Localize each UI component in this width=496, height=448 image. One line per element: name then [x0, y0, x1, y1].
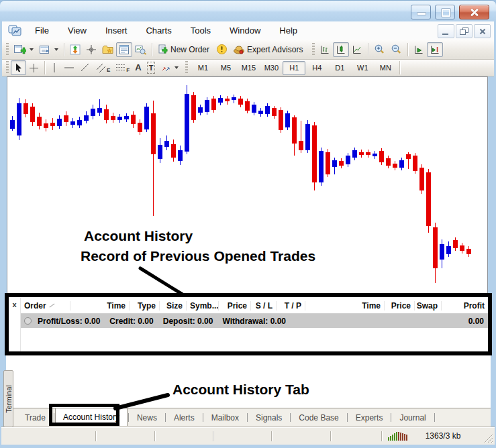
trendline-tool-button[interactable] — [77, 60, 93, 75]
timeframe-m15[interactable]: M15 — [237, 61, 260, 75]
text-label-tool-button[interactable]: T — [144, 60, 158, 76]
resize-grip[interactable] — [483, 433, 493, 443]
zoom-in-button[interactable] — [371, 42, 388, 57]
child-close-button[interactable] — [474, 24, 491, 38]
menu-file[interactable]: File — [26, 21, 58, 40]
horizontal-line-tool-button[interactable] — [61, 61, 77, 74]
tab-experts[interactable]: Experts — [348, 410, 391, 426]
child-restore-button[interactable] — [456, 24, 473, 38]
timeframe-h4[interactable]: H4 — [305, 61, 328, 75]
candle — [138, 119, 142, 135]
column-t-p[interactable]: T / P — [277, 301, 305, 311]
column-time[interactable]: Time — [70, 301, 130, 311]
candle — [23, 99, 28, 117]
timeframe-mn[interactable]: MN — [374, 61, 397, 75]
toolbar-drag-handle[interactable] — [185, 61, 188, 74]
menu-charts[interactable]: Charts — [136, 21, 181, 40]
crosshair-button[interactable] — [83, 42, 99, 57]
toolbar-drag-handle[interactable] — [6, 61, 9, 74]
close-button[interactable] — [459, 5, 489, 19]
status-separator — [213, 431, 213, 441]
cursor-tool-button[interactable] — [11, 60, 26, 75]
zoom-out-button[interactable] — [388, 42, 405, 57]
chart-shift-button[interactable] — [427, 42, 443, 57]
column-profit[interactable]: Profit — [442, 301, 489, 311]
candle — [17, 98, 21, 140]
tab-trade[interactable]: Trade — [17, 410, 53, 426]
new-chart-button[interactable] — [11, 42, 36, 58]
tab-code-base[interactable]: Code Base — [291, 410, 346, 426]
timeframe-d1[interactable]: D1 — [328, 61, 351, 75]
candle — [426, 169, 431, 233]
fibonacci-tool-button[interactable]: F — [113, 60, 132, 75]
equidistant-channel-icon — [96, 62, 107, 73]
tab-journal[interactable]: Journal — [392, 410, 433, 426]
timeframe-m30[interactable]: M30 — [260, 61, 283, 75]
column-order[interactable]: Order — [21, 301, 70, 311]
column-symb[interactable]: Symb... — [187, 301, 219, 311]
arrows-tool-button[interactable] — [158, 60, 181, 75]
timeframe-w1[interactable]: W1 — [351, 61, 374, 75]
bar-chart-button[interactable] — [317, 42, 333, 57]
data-window-button[interactable] — [116, 42, 132, 57]
column-price[interactable]: Price — [385, 301, 415, 311]
chevron-down-icon — [30, 48, 34, 51]
tab-strip: TradeAccount HistoryNewsAlertsMailboxSig… — [17, 409, 436, 426]
chart-scale-button[interactable] — [67, 42, 83, 57]
menu-help[interactable]: Help — [270, 21, 307, 40]
candle — [245, 99, 250, 113]
tab-alerts[interactable]: Alerts — [166, 410, 202, 426]
column-time[interactable]: Time — [305, 301, 385, 311]
timeframe-h1[interactable]: H1 — [283, 61, 305, 75]
candlestick-chart-button[interactable] — [333, 42, 349, 57]
expert-advisors-button[interactable]: Expert Advisors — [230, 42, 307, 57]
candle — [272, 106, 277, 119]
menu-tools[interactable]: Tools — [181, 21, 220, 40]
timeframe-m5[interactable]: M5 — [214, 61, 237, 75]
column-type[interactable]: Type — [130, 301, 160, 311]
column-size[interactable]: Size — [160, 301, 187, 311]
favorites-folder-icon — [102, 44, 113, 55]
column-s-l[interactable]: S / L — [251, 301, 277, 311]
crosshair-tool-button[interactable] — [26, 61, 42, 75]
new-order-button[interactable]: New Order — [155, 42, 213, 57]
timeframe-m1[interactable]: M1 — [191, 61, 214, 75]
tab-signals[interactable]: Signals — [248, 410, 289, 426]
candle — [64, 111, 68, 126]
summary-item: Deposit: 0.00 — [163, 317, 213, 326]
candle — [37, 113, 42, 129]
toolbar-drag-handle[interactable] — [312, 43, 315, 56]
column-swap[interactable]: Swap — [415, 301, 442, 311]
tab-account-history[interactable]: Account History — [55, 408, 128, 426]
menu-bar: FileViewInsertChartsToolsWindowHelp — [2, 21, 494, 40]
warning-button[interactable] — [213, 42, 230, 57]
child-minimize-button[interactable] — [438, 24, 454, 38]
menu-view[interactable]: View — [58, 21, 96, 40]
maximize-button[interactable] — [435, 5, 455, 19]
minimize-button[interactable] — [411, 5, 431, 19]
templates-button[interactable] — [99, 42, 116, 57]
auto-scroll-button[interactable] — [411, 42, 427, 57]
strategy-tester-button[interactable] — [132, 42, 149, 57]
vertical-line-tool-button[interactable] — [48, 60, 61, 75]
tab-news[interactable]: News — [130, 410, 164, 426]
terminal-close-button[interactable]: x — [9, 298, 21, 351]
candle — [460, 243, 464, 254]
toolbar-drag-handle[interactable] — [6, 43, 9, 56]
menu-window[interactable]: Window — [220, 21, 270, 40]
tab-separator — [391, 413, 391, 422]
menu-insert[interactable]: Insert — [96, 21, 137, 40]
candle — [111, 113, 115, 123]
status-separator — [330, 431, 331, 441]
terminal-side-tab[interactable]: Terminal — [3, 370, 13, 427]
line-chart-button[interactable] — [349, 42, 365, 57]
chevron-down-icon — [54, 48, 58, 51]
candle — [419, 164, 424, 194]
text-tool-button[interactable]: A — [132, 60, 144, 75]
candle — [285, 111, 290, 130]
candle — [466, 246, 471, 257]
profiles-button[interactable] — [36, 42, 61, 58]
tab-mailbox[interactable]: Mailbox — [204, 410, 246, 426]
channel-tool-button[interactable]: E — [93, 60, 113, 75]
column-price[interactable]: Price — [219, 301, 251, 311]
